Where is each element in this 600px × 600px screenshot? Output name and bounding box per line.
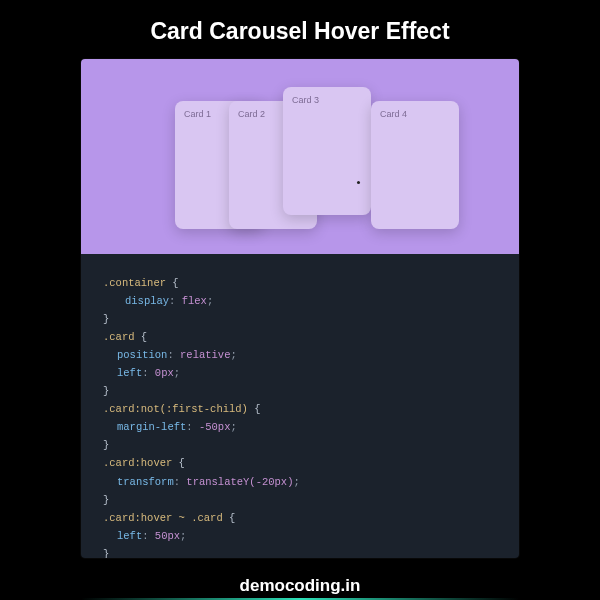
punct: : (174, 476, 187, 488)
code-line: } (103, 545, 497, 558)
card-4[interactable]: Card 4 (371, 101, 459, 229)
code-line: left: 0px; (103, 364, 497, 382)
property: margin-left (117, 421, 186, 433)
property: left (117, 367, 142, 379)
value: -50px (199, 421, 231, 433)
code-line: } (103, 491, 497, 509)
code-line: .container { (103, 274, 497, 292)
code-line: .card:not(:first-child) { (103, 400, 497, 418)
property: display (125, 295, 169, 307)
code-line: } (103, 436, 497, 454)
brace: } (103, 548, 109, 558)
punct: ; (293, 476, 299, 488)
brace: } (103, 439, 109, 451)
code-line: margin-left: -50px; (103, 418, 497, 436)
card-3[interactable]: Card 3 (283, 87, 371, 215)
punct: : (142, 367, 155, 379)
brace: { (166, 277, 179, 289)
demo-preview: Card 1 Card 2 Card 3 Card 4 (81, 59, 519, 254)
punct: ; (230, 421, 236, 433)
code-line: } (103, 382, 497, 400)
code-line: left: 50px; (103, 527, 497, 545)
punct: ; (174, 367, 180, 379)
code-line: display: flex; (103, 292, 497, 310)
property: position (117, 349, 167, 361)
punct: : (167, 349, 180, 361)
brace: { (135, 331, 148, 343)
selector: .container (103, 277, 166, 289)
code-line: transform: translateY(-20px); (103, 473, 497, 491)
code-block: .container { display: flex; } .card { po… (81, 254, 519, 558)
punct: ; (207, 295, 213, 307)
content-panel: Card 1 Card 2 Card 3 Card 4 .container {… (81, 59, 519, 558)
card-container: Card 1 Card 2 Card 3 Card 4 (175, 101, 425, 229)
punct: : (142, 530, 155, 542)
property: left (117, 530, 142, 542)
code-line: .card:hover { (103, 454, 497, 472)
punct: : (169, 295, 182, 307)
code-line: position: relative; (103, 346, 497, 364)
selector: .card:hover ~ .card (103, 512, 223, 524)
selector: .card:hover (103, 457, 172, 469)
page-title: Card Carousel Hover Effect (150, 18, 449, 45)
footer-credit: democoding.in (240, 576, 361, 596)
value: 50px (155, 530, 180, 542)
code-line: .card:hover ~ .card { (103, 509, 497, 527)
brace: } (103, 313, 109, 325)
brace: } (103, 494, 109, 506)
property: transform (117, 476, 174, 488)
cursor-icon (357, 181, 360, 184)
brace: } (103, 385, 109, 397)
selector: .card (103, 331, 135, 343)
brace: { (248, 403, 261, 415)
punct: : (186, 421, 199, 433)
value: flex (182, 295, 207, 307)
code-line: } (103, 310, 497, 328)
punct: ; (180, 530, 186, 542)
value: relative (180, 349, 230, 361)
brace: { (172, 457, 185, 469)
punct: ; (230, 349, 236, 361)
selector: .card:not(:first-child) (103, 403, 248, 415)
value: 0px (155, 367, 174, 379)
value: translateY(-20px) (186, 476, 293, 488)
code-line: .card { (103, 328, 497, 346)
brace: { (223, 512, 236, 524)
